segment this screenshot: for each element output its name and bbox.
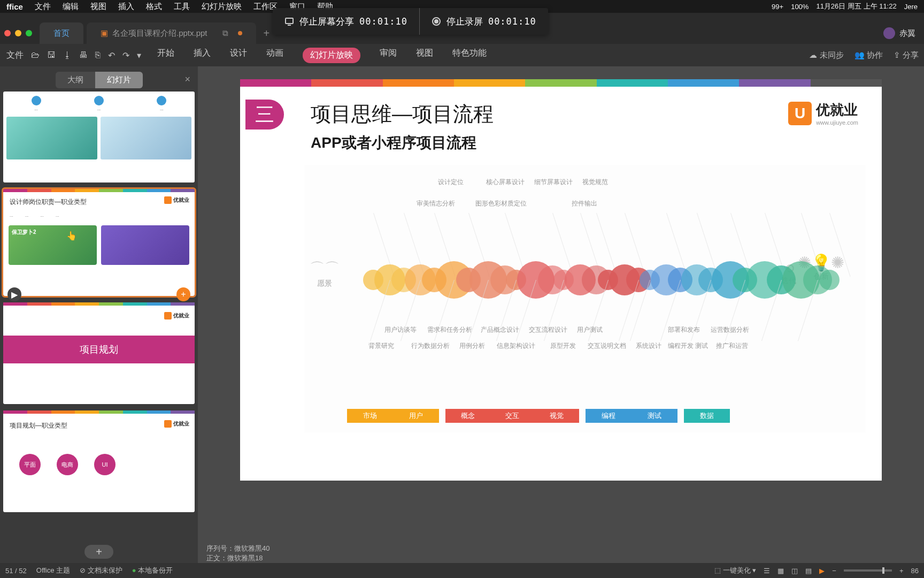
normal-view-icon[interactable]: ▦ [777, 567, 784, 575]
svg-point-2 [435, 20, 438, 23]
preview-icon[interactable]: ⎘ [95, 50, 101, 60]
menu-file[interactable]: 文件 [35, 2, 51, 12]
stop-record-button[interactable]: 停止录屏 00:01:10 [420, 8, 548, 35]
menu-edit[interactable]: 编辑 [63, 2, 79, 12]
menu-format[interactable]: 格式 [146, 2, 162, 12]
account-chip[interactable]: 赤翼 [883, 27, 924, 39]
ribbon-tab-slideshow[interactable]: 幻灯片放映 [303, 48, 360, 63]
notif-count[interactable]: 99+ [772, 3, 783, 11]
backup-label: 本地备份开 [138, 566, 173, 574]
zoom-in-icon[interactable]: + [899, 567, 904, 575]
thumbnail-list[interactable]: ··· ··· ··· 设计师岗位职责—职业类型 优就业 ···········… [0, 92, 198, 541]
menu-insert[interactable]: 插入 [118, 2, 134, 12]
legend-item: 概念 [445, 411, 490, 421]
menu-slideshow[interactable]: 幻灯片放映 [202, 2, 242, 12]
add-icon[interactable]: + [176, 287, 190, 301]
ribbon-tab-review[interactable]: 审阅 [380, 48, 397, 63]
pill: UI [94, 454, 116, 475]
object-info: 序列号：微软雅黑40 正文：微软雅黑18 [206, 544, 270, 563]
legend-item: 交互 [490, 411, 534, 421]
flow-label: 用户访谈等 [384, 325, 417, 334]
flow-label: 核心屏幕设计 [486, 178, 525, 187]
open-icon[interactable]: 🗁 [31, 50, 40, 60]
close-panel-icon[interactable]: × [184, 74, 190, 85]
popout-icon[interactable]: ⧉ [222, 28, 228, 38]
file-menu-icon[interactable]: 文件 [6, 50, 24, 61]
legend-item: 编程 [586, 411, 632, 421]
flow-label: 产品概念设计 [481, 325, 519, 334]
sys-user[interactable]: Jere [904, 3, 918, 11]
undo-icon[interactable]: ↶ [108, 50, 115, 60]
protect-indicator[interactable]: ⊘ 文档未保护 [80, 566, 122, 575]
slide-thumbnail[interactable]: ··· ··· ··· [3, 92, 195, 182]
flow-label: 行为数据分析 [411, 341, 450, 351]
theme-indicator[interactable]: Office 主题 [36, 566, 70, 575]
zoom-slider[interactable] [844, 569, 892, 572]
backup-indicator[interactable]: ● 本地备份开 [132, 566, 173, 575]
flow-label: 用户测试 [577, 325, 603, 334]
ribbon-tabs: 开始 插入 设计 动画 幻灯片放映 审阅 视图 特色功能 [157, 48, 487, 63]
zoom-value[interactable]: 86 [911, 567, 919, 575]
ppt-icon: ▣ [101, 28, 108, 38]
view-outline[interactable]: 大纲 [56, 72, 95, 88]
current-slide[interactable]: 三 项目思维—项目流程 APP或者小程序项目流程 U 优就业www.ujiuye… [240, 79, 882, 481]
tab-document-label: 名企项目课程介绍.pptx.ppt [112, 28, 207, 39]
menu-view[interactable]: 视图 [90, 2, 106, 12]
slideshow-icon[interactable]: ▶ [819, 567, 825, 575]
ribbon-tab-view[interactable]: 视图 [416, 48, 433, 63]
slide-thumbnail[interactable]: 优就业 项目规划 [3, 302, 195, 404]
window-traffic-lights[interactable] [4, 30, 32, 36]
ribbon-tab-design[interactable]: 设计 [230, 48, 247, 63]
section-badge: 三 [245, 100, 284, 130]
brand-logo: U 优就业www.ujiuye.com [788, 101, 858, 126]
flow-label: 信息架构设计 [497, 341, 535, 351]
view-slides[interactable]: 幻灯片 [95, 72, 143, 88]
view-switch: 大纲 幻灯片 [56, 72, 143, 88]
ribbon-tab-insert[interactable]: 插入 [194, 48, 211, 63]
sync-status[interactable]: ☁ 未同步 [809, 50, 843, 60]
slide-thumbnail-selected[interactable]: 设计师岗位职责—职业类型 优就业 ············ 保卫萝卜2 ▶ + … [3, 189, 195, 296]
info-seq: 序列号：微软雅黑40 [206, 544, 270, 553]
new-tab-button[interactable]: + [264, 27, 270, 40]
flow-label: 背景研究 [368, 341, 394, 351]
notes-view-icon[interactable]: ☰ [764, 567, 770, 575]
slide-thumbnail[interactable]: 项目规划—职业类型 优就业 平面 电商 UI [3, 410, 195, 512]
add-slide-button[interactable]: + [84, 545, 113, 559]
account-name: 赤翼 [899, 28, 915, 39]
legend-item: 用户 [393, 411, 439, 421]
flow-label: 原型开发 [550, 341, 576, 351]
export-icon[interactable]: ⭳ [63, 50, 72, 60]
info-body: 正文：微软雅黑18 [206, 553, 270, 563]
slide-canvas[interactable]: 三 项目思维—项目流程 APP或者小程序项目流程 U 优就业www.ujiuye… [198, 66, 924, 563]
stop-share-label: 停止屏幕分享 [299, 16, 354, 28]
beautify-button[interactable]: ⬚ 一键美化 ▾ [714, 566, 756, 575]
screen-icon [284, 17, 294, 26]
qat-dropdown-icon[interactable]: ▾ [137, 50, 141, 60]
page-indicator[interactable]: 51 / 52 [5, 567, 27, 575]
tab-home[interactable]: 首页 [40, 22, 83, 44]
zoom-out-icon[interactable]: − [832, 567, 836, 575]
sorter-view-icon[interactable]: ▤ [805, 567, 812, 575]
collab-button[interactable]: 👥 协作 [854, 50, 883, 60]
menu-tools[interactable]: 工具 [174, 2, 190, 12]
share-button[interactable]: ⇪ 分享 [894, 50, 919, 60]
reading-view-icon[interactable]: ◫ [791, 567, 798, 575]
tab-document[interactable]: ▣ 名企项目课程介绍.pptx.ppt ⧉ [87, 22, 256, 44]
play-icon[interactable]: ▶ [7, 287, 21, 301]
ribbon: 文件 🗁 🖫 ⭳ 🖶 ⎘ ↶ ↷ ▾ 开始 插入 设计 动画 幻灯片放映 审阅 … [0, 44, 924, 66]
slide-title: 项目思维—项目流程 [311, 101, 494, 128]
flow-label: 细节屏幕设计 [534, 178, 573, 187]
legend-item: 市场 [347, 411, 393, 421]
record-timer: 00:01:10 [488, 16, 536, 27]
stop-share-button[interactable]: 停止屏幕分享 00:01:10 [273, 8, 420, 35]
print-icon[interactable]: 🖶 [79, 50, 88, 60]
ribbon-tab-start[interactable]: 开始 [157, 48, 174, 63]
ribbon-tab-features[interactable]: 特色功能 [452, 48, 487, 63]
save-icon[interactable]: 🖫 [47, 50, 56, 60]
slide-subtitle: APP或者小程序项目流程 [311, 133, 476, 153]
collab-label: 协作 [867, 50, 883, 59]
clock: 11月26日 周五 上午 11:22 [816, 2, 896, 11]
flow-label: 视觉规范 [582, 178, 608, 187]
redo-icon[interactable]: ↷ [122, 50, 129, 60]
ribbon-tab-animation[interactable]: 动画 [266, 48, 283, 63]
